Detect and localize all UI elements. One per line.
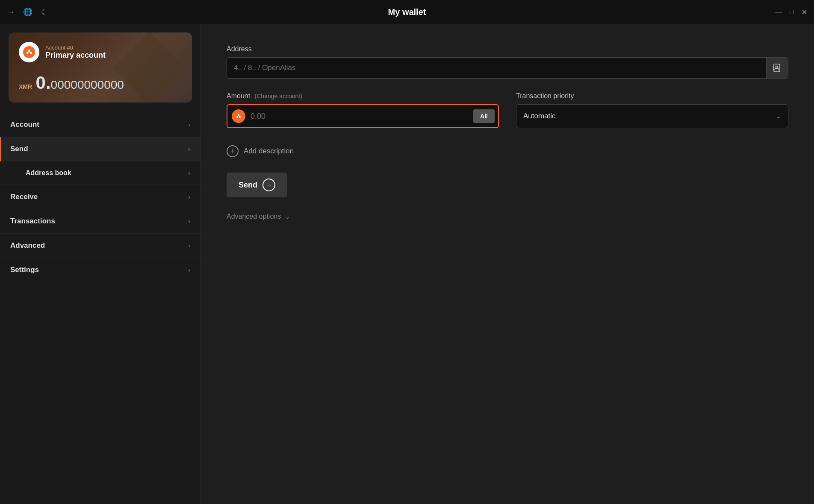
wallet-card: Account #0 Primary account XMR 0.0000000… [9,32,192,103]
amount-priority-row: Amount (Change account) All [227,92,788,128]
svg-rect-2 [773,66,774,67]
address-book-chevron: › [188,170,190,176]
receive-chevron: › [188,193,190,200]
address-label: Address [227,45,788,53]
close-button[interactable]: ✕ [802,8,807,16]
amount-label: Amount (Change account) [227,92,499,100]
back-icon[interactable]: → [7,8,15,17]
advanced-options-label: Advanced options [227,213,281,220]
svg-rect-3 [773,67,774,68]
titlebar-left: → 🌐 ☾ [7,7,48,17]
nav-account[interactable]: Account › [0,113,201,137]
advanced-chevron: › [188,242,190,249]
main-container: Account #0 Primary account XMR 0.0000000… [0,24,814,504]
balance-decimal: 00000000000 [51,78,124,91]
sidebar: Account #0 Primary account XMR 0.0000000… [0,24,201,504]
minimize-button[interactable]: — [775,8,782,16]
address-book-button[interactable] [766,58,788,78]
nav-transactions[interactable]: Transactions › [0,209,201,234]
maximize-button[interactable]: □ [790,8,794,16]
monero-logo [19,42,39,62]
add-description-label: Add description [244,147,294,155]
account-name: Primary account [45,51,106,60]
settings-chevron: › [188,267,190,273]
wallet-card-top: Account #0 Primary account [19,42,182,62]
nav-address-book[interactable]: Address book › [0,161,201,185]
address-input-container [227,57,788,79]
address-input[interactable] [227,58,766,78]
priority-chevron-icon: ⌄ [776,113,781,120]
nav-receive[interactable]: Receive › [0,185,201,209]
monero-icon-small [232,109,245,123]
advanced-options-chevron-icon: ⌄ [285,214,290,220]
window-title: My wallet [388,7,426,17]
nav-settings[interactable]: Settings › [0,258,201,282]
send-button-label: Send [239,181,257,190]
balance-integer: 0. [36,73,51,93]
globe-icon[interactable]: 🌐 [23,7,32,17]
svg-rect-4 [773,69,774,70]
svg-point-6 [234,112,243,120]
wallet-balance: XMR 0.00000000000 [19,73,182,93]
amount-section: Amount (Change account) All [227,92,499,128]
content-area: Address Amount (Change account) [201,24,814,504]
priority-dropdown[interactable]: Automatic ⌄ [516,104,788,128]
all-button[interactable]: All [473,109,495,123]
send-button[interactable]: Send → [227,173,287,197]
account-number: Account #0 [45,44,106,51]
nav-advanced[interactable]: Advanced › [0,234,201,258]
svg-point-0 [23,46,35,58]
moon-icon[interactable]: ☾ [41,7,48,17]
window-controls: — □ ✕ [775,8,807,16]
amount-input-container: All [227,104,499,128]
titlebar: → 🌐 ☾ My wallet — □ ✕ [0,0,814,24]
send-chevron: › [188,146,190,152]
advanced-options[interactable]: Advanced options ⌄ [227,213,788,220]
wallet-account-info: Account #0 Primary account [45,44,106,60]
transactions-chevron: › [188,218,190,225]
balance-xmr-label: XMR [19,83,32,90]
amount-input[interactable] [245,112,473,121]
priority-value: Automatic [523,112,556,120]
priority-section: Transaction priority Automatic ⌄ [516,92,788,128]
priority-label: Transaction priority [516,92,788,100]
add-description[interactable]: + Add description [227,145,788,157]
send-arrow-icon: → [262,179,275,191]
account-chevron: › [188,121,190,128]
nav-send[interactable]: Send › [0,137,201,161]
add-description-icon: + [227,145,239,157]
svg-point-5 [776,66,778,68]
